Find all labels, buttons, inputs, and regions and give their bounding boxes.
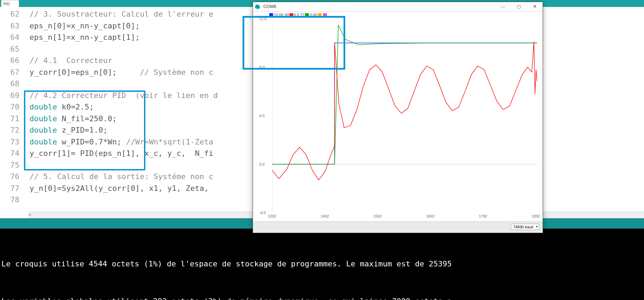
plot-highlight-box bbox=[243, 16, 345, 70]
console-line: Le croquis utilise 4544 octets (1%) de l… bbox=[1, 258, 644, 270]
x-tick: 1492 bbox=[321, 214, 329, 218]
x-tick: 1392 bbox=[268, 214, 276, 218]
serial-plotter-window: COM6 — ▢ ✕ 10.06.306.5.770.00 12.08.04.0… bbox=[253, 2, 543, 233]
build-console: Le croquis utilise 4544 octets (1%) de l… bbox=[0, 229, 644, 300]
y-tick: 4.0 bbox=[259, 114, 264, 118]
minimize-button[interactable]: — bbox=[495, 2, 511, 11]
y-tick: 0.0 bbox=[259, 162, 264, 166]
x-tick: 1892 bbox=[532, 214, 540, 218]
x-tick: 1592 bbox=[373, 214, 382, 218]
x-tick: 1792 bbox=[479, 214, 487, 218]
code-highlight-box bbox=[24, 90, 145, 170]
plotter-title: COM6 bbox=[263, 4, 277, 9]
line-gutter: 6263646566676869707172737475767778 bbox=[0, 7, 24, 218]
arduino-icon bbox=[255, 5, 260, 9]
close-button[interactable]: ✕ bbox=[527, 2, 543, 11]
console-line: Les variables globales utilisent 283 oct… bbox=[1, 295, 644, 300]
x-tick: 1692 bbox=[426, 214, 434, 218]
tab-pid[interactable]: PID bbox=[1, 0, 19, 7]
plotter-titlebar[interactable]: COM6 — ▢ ✕ bbox=[253, 2, 543, 11]
plotter-statusbar: 74880 baud bbox=[253, 221, 543, 233]
maximize-button[interactable]: ▢ bbox=[511, 2, 527, 11]
baud-select[interactable]: 74880 baud bbox=[511, 224, 539, 230]
y-tick: -4.0 bbox=[259, 211, 266, 215]
